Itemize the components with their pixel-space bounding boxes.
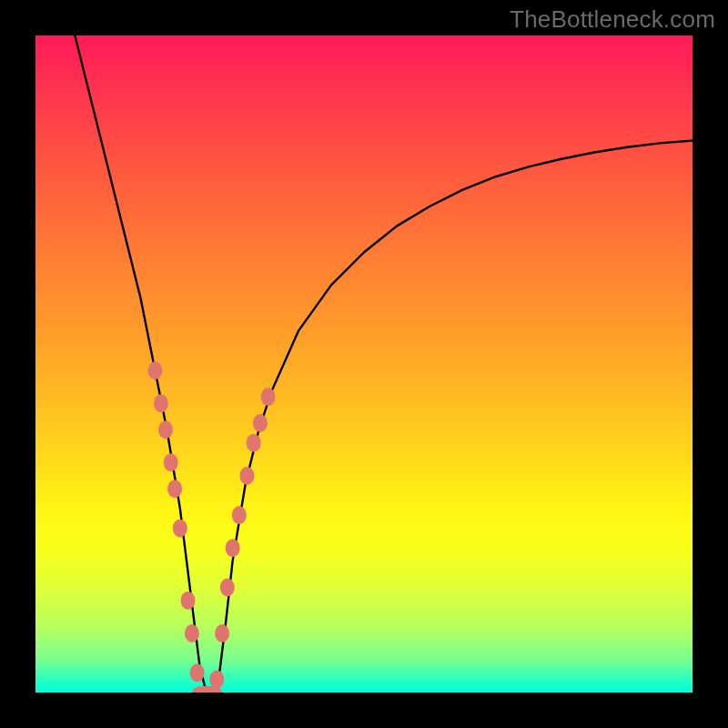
right-markers-point — [220, 578, 235, 596]
left-markers-point — [167, 480, 182, 498]
right-markers-point — [226, 539, 240, 557]
chart-container: TheBottleneck.com — [0, 0, 728, 728]
right-markers-point — [209, 671, 224, 689]
bottleneck-curve — [75, 35, 693, 693]
left-markers-point — [154, 394, 168, 412]
left-markers-point — [147, 361, 162, 379]
left-markers-point — [164, 453, 178, 471]
right-markers-point — [247, 434, 261, 452]
right-markers-point — [239, 467, 254, 485]
left-markers-point — [173, 520, 187, 538]
left-markers-point — [181, 592, 196, 610]
left-markers-point — [185, 624, 199, 642]
right-markers-point — [215, 624, 229, 642]
left-markers-point — [190, 663, 205, 682]
left-markers-point — [158, 420, 173, 439]
watermark-label: TheBottleneck.com — [510, 5, 715, 34]
right-markers-point — [232, 506, 247, 524]
chart-svg — [35, 35, 693, 693]
plot-background — [35, 35, 693, 693]
right-markers-point — [253, 414, 268, 432]
right-markers-point — [261, 388, 276, 406]
